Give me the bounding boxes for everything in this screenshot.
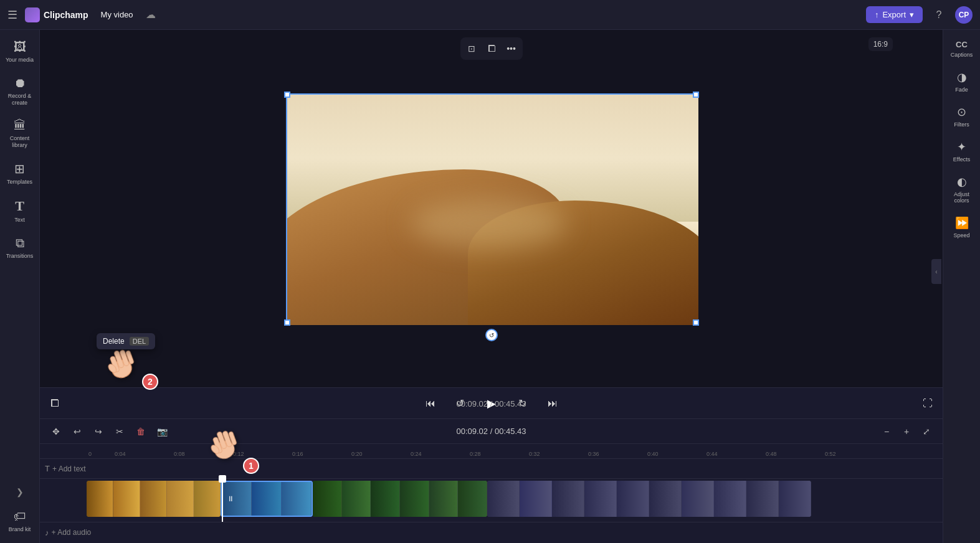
rotate-handle[interactable]: ↺ bbox=[485, 329, 498, 341]
header: ☰ Clipchamp My video ☁ ↑ Export ▾ ? CP bbox=[0, 0, 980, 30]
menu-icon[interactable]: ☰ bbox=[7, 8, 17, 22]
adjust-colors-label: Adjust colors bbox=[948, 191, 976, 204]
sidebar-item-templates[interactable]: ⊞ Templates bbox=[2, 156, 37, 191]
right-sidebar-fade[interactable]: ◑ Fade bbox=[946, 65, 978, 98]
timeline: ✥ ↩ ↪ ✂ 🗑 📷 00:09.02 / 00:45.43 − + ⤢ bbox=[40, 418, 943, 543]
ruler-mark-020: 0:20 bbox=[351, 451, 363, 457]
resize-handle-tl[interactable] bbox=[284, 92, 290, 98]
del-key-badge: DEL bbox=[130, 337, 149, 346]
right-sidebar-adjust-colors[interactable]: ◐ Adjust colors bbox=[946, 170, 978, 209]
text-track: T + Add text bbox=[40, 459, 943, 479]
sidebar-item-record-create[interactable]: ⏺ Record &create bbox=[2, 71, 37, 111]
fit-timeline-button[interactable]: ⤢ bbox=[918, 423, 935, 440]
zoom-in-button[interactable]: + bbox=[898, 423, 915, 440]
resize-handle-tr[interactable] bbox=[693, 92, 699, 98]
playhead[interactable] bbox=[222, 479, 223, 522]
ruler-mark-036: 0:36 bbox=[588, 451, 599, 457]
aspect-ratio-button[interactable]: 16:9 bbox=[868, 37, 893, 51]
delete-tooltip: Delete DEL bbox=[97, 333, 155, 349]
center-panel: ⊡ ⧠ ••• 16:9 ↺ bbox=[40, 30, 943, 543]
content-library-icon: 🏛 bbox=[14, 118, 26, 133]
help-icon[interactable]: ? bbox=[930, 6, 948, 24]
effects-label: Effects bbox=[953, 156, 970, 163]
speed-label: Speed bbox=[953, 232, 969, 238]
right-sidebar-speed[interactable]: ⏩ Speed bbox=[946, 211, 978, 243]
clip-thumbnails bbox=[87, 481, 221, 517]
pause-indicator: ⏸ bbox=[227, 494, 234, 503]
timeline-content: 0 0:04 0:08 0:12 0:16 0:20 0:24 0:28 0:3… bbox=[40, 444, 943, 543]
sidebar-item-text[interactable]: T Text bbox=[2, 193, 37, 229]
timeline-tracks: T + Add text bbox=[40, 459, 943, 542]
desert-preview bbox=[287, 95, 698, 325]
right-sidebar-effects[interactable]: ✦ Effects bbox=[946, 135, 978, 168]
ruler-mark-024: 0:24 bbox=[411, 451, 422, 457]
avatar[interactable]: CP bbox=[955, 6, 973, 24]
video-clip-selected[interactable]: ⏸ bbox=[221, 481, 313, 517]
zoom-out-button[interactable]: − bbox=[878, 423, 895, 440]
skip-to-end-button[interactable]: ⏭ bbox=[543, 394, 563, 413]
video-track: ⏸ bbox=[40, 479, 943, 522]
resize-handle-bl[interactable] bbox=[284, 319, 290, 326]
more-options-button[interactable]: ••• bbox=[503, 40, 520, 57]
playhead-handle[interactable] bbox=[219, 475, 226, 483]
delete-button[interactable]: 🗑 bbox=[132, 423, 150, 440]
clip-thumbnails bbox=[222, 482, 312, 516]
fullscreen-button[interactable]: ⛶ bbox=[923, 398, 933, 409]
crop-button[interactable]: ⊡ bbox=[463, 40, 480, 57]
video-clip-desert[interactable] bbox=[87, 481, 221, 517]
sidebar-item-label: Templates bbox=[7, 179, 32, 186]
captions-icon: CC bbox=[956, 40, 968, 49]
header-left: ☰ Clipchamp My video ☁ bbox=[7, 7, 156, 22]
effects-icon: ✦ bbox=[957, 140, 966, 154]
templates-icon: ⊞ bbox=[14, 161, 25, 176]
ruler-mark-0: 0 bbox=[88, 451, 92, 457]
sidebar-item-your-media[interactable]: 🖼 Your media bbox=[2, 35, 37, 68]
record-icon: ⏺ bbox=[14, 76, 26, 90]
undo-button[interactable]: ↩ bbox=[69, 423, 86, 440]
add-text-button[interactable]: + Add text bbox=[52, 465, 86, 473]
annotation-badge-1: 1 bbox=[243, 458, 259, 474]
sidebar-item-label: Brand kit bbox=[9, 526, 31, 533]
cloud-save-icon: ☁ bbox=[146, 9, 156, 21]
ruler-mark-040: 0:40 bbox=[647, 451, 659, 457]
resize-handle-br[interactable] bbox=[693, 319, 699, 326]
your-media-icon: 🖼 bbox=[14, 40, 26, 54]
redo-button[interactable]: ↪ bbox=[90, 423, 107, 440]
fade-icon: ◑ bbox=[957, 70, 967, 84]
video-clip-city[interactable] bbox=[487, 481, 811, 517]
cut-button[interactable]: ✂ bbox=[111, 423, 128, 440]
save-frame-button[interactable]: 📷 bbox=[153, 423, 171, 440]
ruler-mark-044: 0:44 bbox=[706, 451, 718, 457]
desert-highlight bbox=[411, 199, 566, 248]
ruler-mark-028: 0:28 bbox=[470, 451, 481, 457]
right-sidebar-captions[interactable]: CC Captions bbox=[946, 35, 978, 63]
brand-kit-icon: 🏷 bbox=[14, 509, 26, 524]
captions-toggle[interactable]: ⧠ bbox=[50, 398, 60, 409]
text-icon: T bbox=[15, 198, 24, 214]
sidebar-item-brand-kit[interactable]: 🏷 Brand kit bbox=[2, 504, 37, 538]
text-track-icon: T bbox=[45, 464, 50, 473]
transitions-icon: ⧉ bbox=[16, 236, 24, 250]
move-tool-button[interactable]: ✥ bbox=[47, 423, 65, 440]
sidebar-item-label: Record &create bbox=[8, 93, 32, 106]
pip-button[interactable]: ⧠ bbox=[483, 40, 500, 57]
preview-toolbar: ⊡ ⧠ ••• bbox=[460, 37, 523, 60]
video-clip-forest[interactable] bbox=[313, 481, 487, 517]
sidebar-collapse-button[interactable]: ❯ bbox=[2, 482, 37, 502]
time-display: 00:09.02 / 00:45.43 bbox=[456, 399, 526, 408]
right-sidebar-filters[interactable]: ⊙ Filters bbox=[946, 100, 978, 133]
timeline-toolbar: ✥ ↩ ↪ ✂ 🗑 📷 00:09.02 / 00:45.43 − + ⤢ bbox=[40, 419, 943, 444]
right-panel-collapse-button[interactable]: ‹ bbox=[931, 259, 941, 284]
video-title[interactable]: My video bbox=[101, 10, 133, 19]
ruler-mark-052: 0:52 bbox=[825, 451, 836, 457]
export-button[interactable]: ↑ Export ▾ bbox=[866, 6, 923, 23]
add-audio-button[interactable]: + Add audio bbox=[52, 528, 92, 537]
ruler-mark-004: 0:04 bbox=[115, 451, 126, 457]
sidebar-item-content-library[interactable]: 🏛 Contentlibrary bbox=[2, 113, 37, 154]
ruler-marks: 0 0:04 0:08 0:12 0:16 0:20 0:24 0:28 0:3… bbox=[40, 444, 943, 458]
skip-to-start-button[interactable]: ⏮ bbox=[421, 394, 440, 413]
sidebar-item-transitions[interactable]: ⧉ Transitions bbox=[2, 231, 37, 265]
zoom-controls: − + ⤢ bbox=[878, 423, 935, 440]
right-sidebar: CC Captions ◑ Fade ⊙ Filters ✦ Effects ◐… bbox=[943, 30, 980, 543]
filters-icon: ⊙ bbox=[957, 105, 966, 119]
